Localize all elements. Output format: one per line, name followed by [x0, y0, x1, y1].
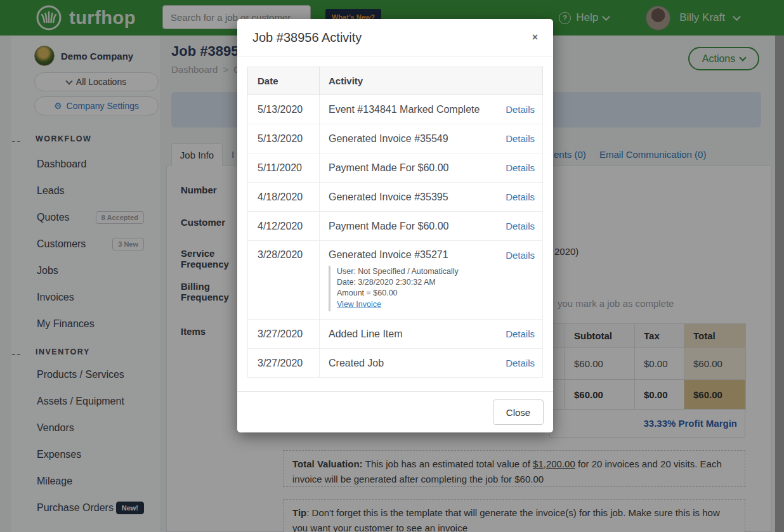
- close-icon[interactable]: ×: [532, 32, 538, 42]
- close-button[interactable]: Close: [493, 399, 544, 425]
- details-link[interactable]: Details: [506, 104, 535, 115]
- job-activity-modal: Job #38956 Activity × Date Activity 5/13…: [237, 19, 553, 432]
- details-link[interactable]: Details: [506, 358, 535, 368]
- details-link[interactable]: Details: [506, 328, 535, 339]
- activity-text: Event #134841 Marked Complete: [329, 104, 480, 115]
- activity-row: 4/18/2020 Generated Invoice #35395Detail…: [248, 183, 543, 212]
- detail-amount: Amount = $60.00: [337, 288, 535, 299]
- activity-text: Generated Invoice #35395: [329, 191, 448, 203]
- activity-row: 5/13/2020 Generated Invoice #35549Detail…: [248, 124, 543, 153]
- modal-footer: Close: [237, 391, 553, 432]
- activity-date: 3/27/2020: [248, 320, 320, 349]
- modal-header: Job #38956 Activity ×: [237, 19, 553, 56]
- activity-date: 4/18/2020: [248, 183, 320, 212]
- activity-table: Date Activity 5/13/2020 Event #134841 Ma…: [247, 67, 543, 378]
- activity-row: 4/12/2020 Payment Made For $60.00Details: [248, 212, 543, 241]
- modal-body: Date Activity 5/13/2020 Event #134841 Ma…: [237, 56, 553, 391]
- activity-date: 3/27/2020: [248, 349, 320, 378]
- activity-row: 5/11/2020 Payment Made For $60.00Details: [248, 153, 543, 183]
- view-invoice-link[interactable]: View Invoice: [337, 299, 381, 310]
- app-root: turfhop What’s New? ? Help Billy Kraft D…: [0, 0, 784, 532]
- details-link[interactable]: Details: [506, 221, 535, 231]
- activity-text: Payment Made For $60.00: [329, 162, 448, 174]
- activity-detail-block: User: Not Specified / Automatically Date…: [329, 266, 535, 311]
- activity-date: 5/13/2020: [248, 124, 320, 153]
- activity-row: 5/13/2020 Event #134841 Marked CompleteD…: [248, 95, 543, 124]
- detail-user: User: Not Specified / Automatically: [337, 266, 535, 277]
- activity-row-expanded: 3/28/2020 Generated Invoice #35271Detail…: [248, 241, 543, 320]
- activity-text: Generated Invoice #35271: [329, 249, 448, 261]
- activity-header-activity: Activity: [320, 67, 543, 95]
- activity-date: 5/13/2020: [248, 95, 320, 124]
- activity-row: 3/27/2020 Created JobDetails: [248, 349, 543, 378]
- activity-text: Payment Made For $60.00: [329, 221, 448, 232]
- activity-header-date: Date: [248, 67, 320, 95]
- activity-date: 4/12/2020: [248, 212, 320, 241]
- modal-title: Job #38956 Activity: [252, 30, 362, 45]
- activity-text: Created Job: [329, 358, 384, 369]
- activity-row: 3/27/2020 Added Line ItemDetails: [248, 320, 543, 349]
- activity-header-row: Date Activity: [248, 67, 543, 95]
- details-link[interactable]: Details: [506, 191, 535, 202]
- activity-date: 3/28/2020: [248, 241, 320, 320]
- activity-text: Added Line Item: [329, 328, 403, 340]
- activity-text: Generated Invoice #35549: [329, 133, 448, 145]
- detail-date: Date: 3/28/2020 2:30:32 AM: [337, 277, 535, 288]
- details-link[interactable]: Details: [506, 133, 535, 144]
- activity-date: 5/11/2020: [248, 153, 320, 183]
- details-link[interactable]: Details: [506, 250, 535, 261]
- details-link[interactable]: Details: [506, 162, 535, 173]
